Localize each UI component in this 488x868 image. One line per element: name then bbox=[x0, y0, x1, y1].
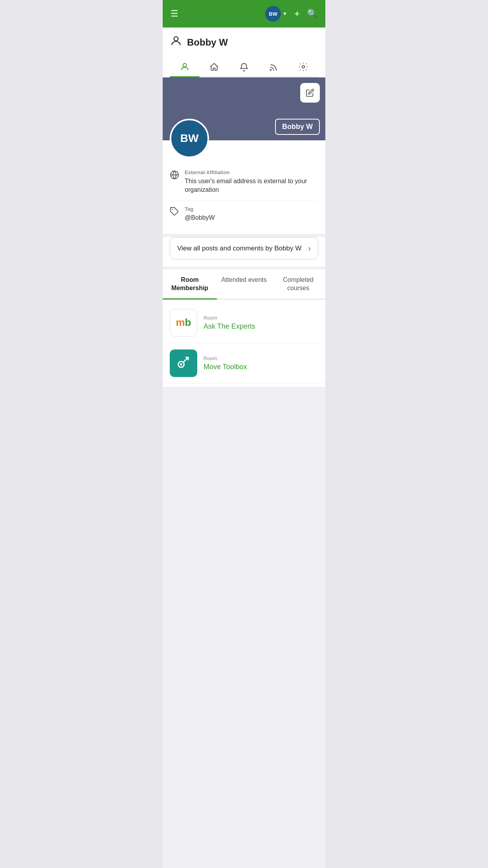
search-icon[interactable]: 🔍 bbox=[307, 9, 317, 19]
profile-header-section: Bobby W bbox=[163, 28, 325, 77]
view-posts-text: View all posts and comments by Bobby W bbox=[177, 245, 301, 252]
tab-attended-events[interactable]: Attended events bbox=[217, 270, 271, 299]
external-affiliation-row: External Affiliation This user's email a… bbox=[170, 164, 318, 200]
tab-home[interactable] bbox=[200, 57, 229, 77]
room-item-move-toolbox[interactable]: Room Move Toolbox bbox=[163, 343, 325, 384]
tag-value: @BobbyW bbox=[185, 213, 215, 222]
room-item-ask-the-experts[interactable]: mb Room Ask The Experts bbox=[163, 303, 325, 343]
profile-banner: Bobby W BW bbox=[163, 77, 325, 140]
room-name-2: Move Toolbox bbox=[204, 363, 247, 371]
tag-row: Tag @BobbyW bbox=[170, 200, 318, 228]
room-logo-key bbox=[170, 349, 197, 377]
tab-completed-courses[interactable]: Completedcourses bbox=[271, 270, 325, 299]
edit-profile-button[interactable] bbox=[300, 83, 320, 103]
dropdown-arrow-icon: ▼ bbox=[283, 11, 287, 17]
chevron-right-icon: › bbox=[308, 244, 311, 253]
add-icon[interactable]: + bbox=[294, 8, 300, 19]
svg-point-7 bbox=[180, 363, 182, 366]
tag-icon bbox=[170, 207, 179, 219]
room-label-1: Room bbox=[204, 315, 255, 321]
tab-profile[interactable] bbox=[170, 57, 200, 77]
tab-room-membership[interactable]: RoomMembership bbox=[163, 270, 217, 299]
room-list: mb Room Ask The Experts Room Mo bbox=[163, 300, 325, 387]
profile-tab-row bbox=[170, 57, 318, 77]
room-logo-mb: mb bbox=[170, 309, 197, 337]
room-label-2: Room bbox=[204, 355, 247, 361]
main-content: Bobby W bbox=[163, 28, 325, 868]
content-tabs-section: RoomMembership Attended events Completed… bbox=[163, 270, 325, 387]
person-icon bbox=[170, 35, 182, 50]
svg-point-3 bbox=[302, 66, 305, 68]
user-avatar-banner: BW bbox=[170, 119, 209, 158]
svg-point-0 bbox=[174, 37, 178, 41]
user-avatar-top: BW bbox=[265, 6, 281, 22]
tab-notifications[interactable] bbox=[229, 57, 259, 77]
user-menu[interactable]: BW ▼ bbox=[265, 6, 287, 22]
profile-banner-section: Bobby W BW bbox=[163, 77, 325, 164]
external-affiliation-value: This user's email address is external to… bbox=[185, 177, 318, 195]
external-affiliation-label: External Affiliation bbox=[185, 169, 318, 175]
profile-name: Bobby W bbox=[187, 37, 228, 48]
top-navigation-bar: ☰ BW ▼ + 🔍 bbox=[163, 0, 325, 28]
content-tabs-row: RoomMembership Attended events Completed… bbox=[163, 270, 325, 300]
tag-label: Tag bbox=[185, 206, 215, 212]
view-posts-button[interactable]: View all posts and comments by Bobby W › bbox=[170, 237, 318, 259]
room-name-1: Ask The Experts bbox=[204, 322, 255, 331]
svg-point-2 bbox=[270, 70, 271, 70]
svg-point-1 bbox=[183, 63, 186, 67]
tab-settings[interactable] bbox=[288, 57, 318, 77]
tab-feed[interactable] bbox=[259, 57, 289, 77]
globe-icon bbox=[170, 170, 179, 182]
hamburger-menu-icon[interactable]: ☰ bbox=[171, 9, 178, 19]
view-posts-section: View all posts and comments by Bobby W › bbox=[163, 237, 325, 267]
username-badge: Bobby W bbox=[275, 119, 320, 135]
profile-name-row: Bobby W bbox=[170, 35, 318, 50]
profile-info-section: External Affiliation This user's email a… bbox=[163, 164, 325, 234]
